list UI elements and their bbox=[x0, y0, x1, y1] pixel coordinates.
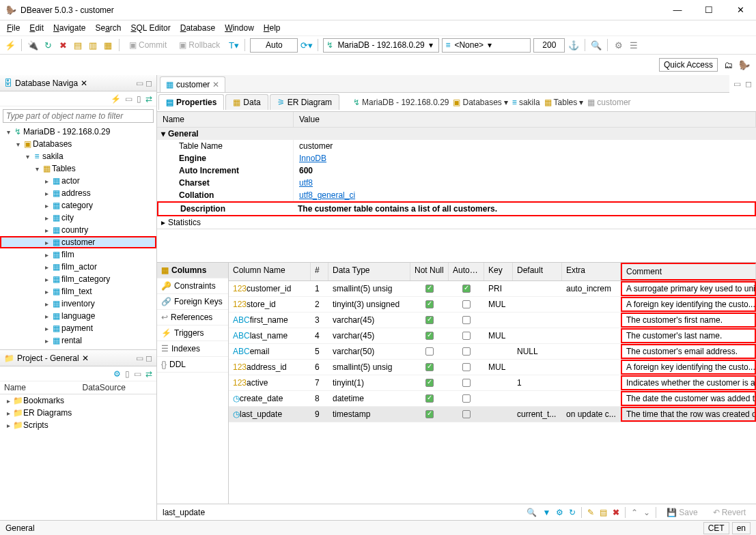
new-connection-icon[interactable]: ⚡ bbox=[4, 39, 16, 51]
down-icon[interactable]: ⌄ bbox=[643, 508, 650, 517]
prop-collation-v[interactable]: utf8_general_ci bbox=[294, 189, 756, 201]
column-row-active[interactable]: 123 active7tinyint(1)1Indicates whether … bbox=[229, 375, 756, 391]
tree-item-tables[interactable]: ▾▦Tables bbox=[0, 162, 156, 175]
col-header-5[interactable]: Key bbox=[484, 263, 513, 280]
link-icon[interactable]: ⇄ bbox=[145, 369, 152, 379]
menu-window[interactable]: Window bbox=[225, 23, 254, 33]
menu-search[interactable]: Search bbox=[95, 23, 121, 33]
close-icon[interactable]: ✕ bbox=[212, 80, 219, 89]
prop-tablename-v[interactable]: customer bbox=[294, 140, 756, 152]
menu-help[interactable]: Help bbox=[264, 23, 281, 33]
perspective-other-icon[interactable]: 🦫 bbox=[738, 59, 751, 71]
column-row-store_id[interactable]: 123 store_id2tinyint(3) unsignedMULA for… bbox=[229, 297, 756, 313]
prop-description-row[interactable]: Description The customer table contains … bbox=[157, 201, 756, 216]
tx-log-icon[interactable]: ⟳▾ bbox=[300, 39, 313, 51]
sql-editor-icon[interactable]: ▤ bbox=[72, 39, 84, 51]
delete-icon[interactable]: ✖ bbox=[613, 508, 619, 517]
tx-mode-icon[interactable]: T▾ bbox=[227, 39, 240, 51]
nav-filter-input[interactable] bbox=[3, 109, 154, 123]
tree-item-mariadb-192-168-0-29[interactable]: ▾↯MariaDB - 192.168.0.29 bbox=[0, 126, 156, 138]
disconnect-icon[interactable]: ✖ bbox=[57, 39, 69, 51]
col-header-2[interactable]: Data Type bbox=[328, 263, 410, 280]
tree-item-customer[interactable]: ▸▦customer bbox=[0, 236, 156, 248]
save-button[interactable]: 💾 Save bbox=[662, 506, 702, 519]
column-row-first_name[interactable]: ABC first_name3varchar(45)The customer's… bbox=[229, 313, 756, 328]
category-ddl[interactable]: {}DDL bbox=[157, 357, 228, 373]
add-icon[interactable]: ▤ bbox=[600, 508, 607, 517]
recent-sql-icon[interactable]: ▥ bbox=[87, 39, 99, 51]
menu-edit[interactable]: Edit bbox=[29, 23, 44, 33]
col-header-3[interactable]: Not Null bbox=[410, 263, 449, 280]
bc-tables[interactable]: ▦Tables ▾ bbox=[544, 98, 584, 107]
column-row-email[interactable]: ABC email5varchar(50)NULLThe customer's … bbox=[229, 344, 756, 360]
maximize-icon[interactable]: ◻ bbox=[745, 79, 752, 89]
col-header-4[interactable]: Auto I... bbox=[449, 263, 484, 280]
copy-icon[interactable]: ▭ bbox=[134, 369, 141, 379]
props-head-name[interactable]: Name bbox=[157, 112, 294, 128]
column-row-customer_id[interactable]: 123 customer_id1smallint(5) unsigPRIauto… bbox=[229, 281, 756, 297]
menu-file[interactable]: File bbox=[7, 23, 20, 33]
limit-input[interactable]: 200 bbox=[533, 38, 565, 53]
edit-icon[interactable]: ✎ bbox=[587, 508, 594, 517]
column-row-create_date[interactable]: ◷ create_date8datetimeThe date the custo… bbox=[229, 391, 756, 407]
tree-item-country[interactable]: ▸▦country bbox=[0, 224, 156, 236]
collapse-icon[interactable]: ▯ bbox=[125, 369, 130, 379]
driver-manager-icon[interactable]: ☰ bbox=[628, 39, 640, 51]
prop-autoinc-v[interactable]: 600 bbox=[294, 164, 756, 177]
connect-icon[interactable]: 🔌 bbox=[27, 39, 39, 51]
tree-item-film-category[interactable]: ▸▦film_category bbox=[0, 273, 156, 285]
category-foreign-keys[interactable]: 🔗Foreign Keys bbox=[157, 294, 228, 310]
connection-select[interactable]: ↯MariaDB - 192.168.0.29 ▾ bbox=[323, 38, 439, 53]
view-controls[interactable]: ▭ ◻ bbox=[136, 353, 152, 363]
tree-item-film-actor[interactable]: ▸▦film_actor bbox=[0, 261, 156, 273]
minimize-icon[interactable]: ▭ bbox=[733, 79, 741, 89]
revert-button[interactable]: ↶ Revert bbox=[708, 506, 751, 519]
sub-tab-data[interactable]: ▦Data bbox=[225, 94, 268, 110]
refresh-icon[interactable]: ↻ bbox=[569, 508, 576, 517]
menu-navigate[interactable]: Navigate bbox=[53, 23, 85, 33]
column-row-address_id[interactable]: 123 address_id6smallint(5) unsigMULA for… bbox=[229, 360, 756, 375]
bc-schema[interactable]: ≡sakila bbox=[512, 98, 540, 107]
gear-icon[interactable]: ⚙ bbox=[113, 369, 121, 379]
project-item-bookmarks[interactable]: ▸📁Bookmarks bbox=[0, 394, 156, 407]
tree-item-payment[interactable]: ▸▦payment bbox=[0, 322, 156, 334]
quick-access-input[interactable]: Quick Access bbox=[659, 58, 718, 72]
commit-button[interactable]: ▣ Commit bbox=[124, 38, 171, 52]
open-sql-icon[interactable]: ▦ bbox=[102, 39, 114, 51]
view-controls[interactable]: ▭ ◻ bbox=[136, 78, 152, 88]
menu-database[interactable]: Database bbox=[180, 23, 215, 33]
collapse-icon[interactable]: ▯ bbox=[137, 94, 141, 104]
editor-tab-customer[interactable]: ▦ customer ✕ bbox=[160, 76, 225, 92]
tree-item-film-text[interactable]: ▸▦film_text bbox=[0, 285, 156, 298]
link-editor-icon[interactable]: ⇄ bbox=[145, 94, 152, 104]
col-header-0[interactable]: Column Name bbox=[229, 263, 311, 280]
props-group-stats[interactable]: ▸Statistics bbox=[157, 216, 756, 229]
menu-sqleditor[interactable]: SQL Editor bbox=[130, 23, 170, 33]
col-header-8[interactable]: Comment bbox=[621, 263, 756, 280]
prop-desc-v[interactable]: The customer table contains a list of al… bbox=[292, 203, 503, 215]
props-head-value[interactable]: Value bbox=[294, 112, 756, 128]
tree-item-rental[interactable]: ▸▦rental bbox=[0, 334, 156, 347]
find-icon[interactable]: 🔍 bbox=[590, 39, 602, 51]
category-constraints[interactable]: 🔑Constraints bbox=[157, 278, 228, 294]
tree-item-sakila[interactable]: ▾≡sakila bbox=[0, 150, 156, 162]
filter-icon[interactable]: ▼ bbox=[542, 508, 550, 517]
col-header-7[interactable]: Extra bbox=[562, 263, 621, 280]
tree-item-language[interactable]: ▸▦language bbox=[0, 310, 156, 322]
tree-item-film[interactable]: ▸▦film bbox=[0, 248, 156, 261]
new-folder-icon[interactable]: ▭ bbox=[125, 94, 132, 104]
category-columns[interactable]: ▦Columns bbox=[157, 263, 228, 278]
tree-item-city[interactable]: ▸▦city bbox=[0, 212, 156, 224]
reconnect-icon[interactable]: ↻ bbox=[42, 39, 54, 51]
maximize-button[interactable]: ☐ bbox=[693, 0, 725, 20]
prop-charset-v[interactable]: utf8 bbox=[294, 177, 756, 189]
database-select[interactable]: ≡<None> ▾ bbox=[442, 38, 531, 53]
close-button[interactable]: ✕ bbox=[725, 0, 756, 20]
minimize-button[interactable]: — bbox=[662, 0, 693, 20]
project-col-ds[interactable]: DataSource bbox=[79, 381, 157, 394]
nav-tree[interactable]: ▾↯MariaDB - 192.168.0.29▾▣Databases▾≡sak… bbox=[0, 126, 156, 349]
bc-connection[interactable]: ↯MariaDB - 192.168.0.29 bbox=[353, 98, 449, 107]
sub-tab-erd[interactable]: ⚞ER Diagram bbox=[270, 94, 339, 110]
category-indexes[interactable]: ☰Indexes bbox=[157, 341, 228, 357]
column-row-last_update[interactable]: ◷ last_update9timestampcurrent_t...on up… bbox=[229, 407, 756, 422]
